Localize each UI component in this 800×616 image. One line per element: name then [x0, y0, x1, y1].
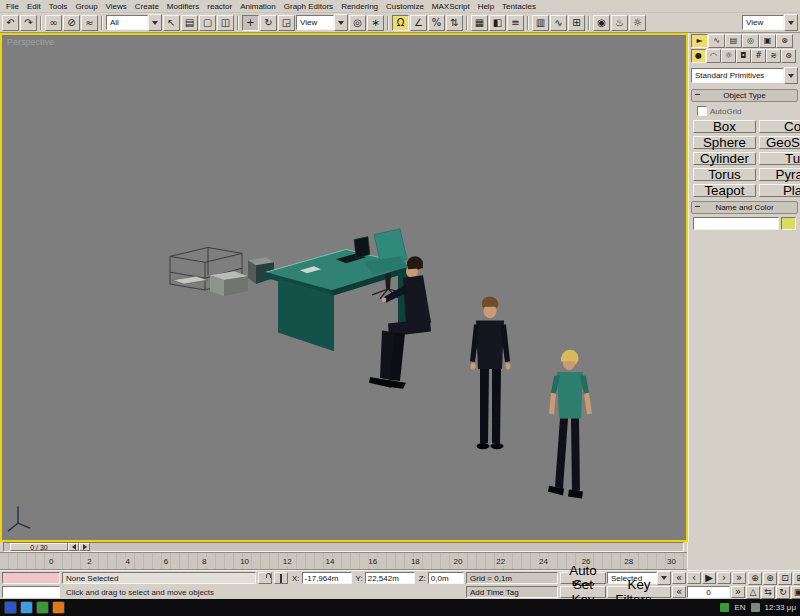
menu-create[interactable]: Create: [131, 2, 163, 11]
select-by-name-button[interactable]: ▤: [181, 15, 198, 31]
name-and-color-rollout[interactable]: Name and Color: [691, 201, 798, 214]
subtab-systems[interactable]: ⊛: [781, 49, 796, 63]
go-to-start-button[interactable]: «: [672, 572, 686, 584]
menu-file[interactable]: File: [2, 2, 23, 11]
menu-views[interactable]: Views: [102, 2, 131, 11]
object-color-swatch[interactable]: [781, 217, 796, 230]
window-crossing-toggle[interactable]: ◫: [217, 15, 234, 31]
select-and-link-button[interactable]: ∞: [45, 15, 62, 31]
scene-canvas[interactable]: [2, 35, 686, 540]
tab-create[interactable]: ►: [691, 34, 708, 48]
chevron-down-icon[interactable]: [784, 14, 798, 31]
subtab-lights[interactable]: ☼: [721, 49, 736, 63]
primitive-cone-button[interactable]: Cone: [759, 120, 800, 133]
next-key-button[interactable]: »: [731, 586, 745, 598]
menu-group[interactable]: Group: [71, 2, 101, 11]
primitive-pyramid-button[interactable]: Pyramid: [759, 168, 800, 181]
app-icon-green[interactable]: [36, 601, 49, 614]
key-filters-button[interactable]: Key Filters...: [607, 586, 671, 598]
unlink-selection-button[interactable]: ⊘: [63, 15, 80, 31]
mirror-button[interactable]: ◧: [489, 15, 506, 31]
menu-tools[interactable]: Tools: [45, 2, 72, 11]
next-frame-button[interactable]: ›: [717, 572, 731, 584]
subtab-helpers[interactable]: #: [751, 49, 766, 63]
primitive-sphere-button[interactable]: Sphere: [693, 136, 756, 149]
timeline-tick[interactable]: 28: [623, 557, 634, 566]
timeline-tick[interactable]: 10: [239, 557, 250, 566]
named-selection-sets-button[interactable]: ▦: [471, 15, 488, 31]
subtab-shapes[interactable]: ◠: [706, 49, 721, 63]
menu-modifiers[interactable]: Modifiers: [163, 2, 203, 11]
align-button[interactable]: ≡: [507, 15, 524, 31]
timeline-tick[interactable]: 24: [538, 557, 549, 566]
tray-app-icon[interactable]: [720, 603, 729, 612]
timeline-tick[interactable]: 4: [124, 557, 130, 566]
bind-to-space-warp-button[interactable]: ≈: [81, 15, 98, 31]
maxscript-mini-listener-white[interactable]: [2, 586, 60, 598]
menu-animation[interactable]: Animation: [236, 2, 280, 11]
current-frame-field[interactable]: 0: [687, 586, 730, 598]
layer-manager-button[interactable]: ▥: [532, 15, 549, 31]
absolute-offset-toggle[interactable]: [274, 572, 288, 584]
chevron-down-icon[interactable]: [784, 67, 798, 84]
use-pivot-point-center-button[interactable]: ◎: [349, 15, 366, 31]
undo-button[interactable]: ↶: [2, 15, 19, 31]
timeline-tick[interactable]: 16: [367, 557, 378, 566]
zoom-extents-button[interactable]: ⊡: [778, 572, 792, 585]
app-icon-orange[interactable]: [52, 601, 65, 614]
perspective-viewport[interactable]: Perspective: [0, 33, 688, 542]
tray-volume-icon[interactable]: [751, 603, 760, 612]
tab-motion[interactable]: ◎: [742, 34, 759, 48]
percent-snap-toggle[interactable]: %: [428, 15, 445, 31]
redo-button[interactable]: ↷: [20, 15, 37, 31]
play-button[interactable]: ▶: [702, 572, 716, 584]
timeline-tick[interactable]: 14: [325, 557, 336, 566]
selection-lock-toggle[interactable]: [258, 572, 272, 584]
zoom-extents-all-button[interactable]: ⊞: [793, 572, 800, 585]
subtab-geometry[interactable]: ●: [691, 49, 706, 63]
timeline-tick[interactable]: 2: [86, 557, 92, 566]
z-coordinate-field[interactable]: 0,0m: [428, 572, 464, 584]
tab-utilities[interactable]: ⊗: [776, 34, 793, 48]
internet-explorer-icon[interactable]: [20, 601, 33, 614]
select-and-rotate-button[interactable]: ↻: [260, 15, 277, 31]
go-to-end-button[interactable]: »: [732, 572, 746, 584]
menu-edit[interactable]: Edit: [23, 2, 45, 11]
primitive-tube-button[interactable]: Tube: [759, 152, 800, 165]
rectangular-selection-region-button[interactable]: ▢: [199, 15, 216, 31]
render-scene-button[interactable]: ♨: [611, 15, 628, 31]
zoom-all-button[interactable]: ⊛: [763, 572, 777, 585]
time-slider-next-icon[interactable]: [79, 543, 90, 551]
primitive-cylinder-button[interactable]: Cylinder: [693, 152, 756, 165]
timeline-tick[interactable]: 30: [666, 557, 677, 566]
standing-man-model[interactable]: [470, 296, 511, 449]
set-key-button[interactable]: Set Key: [560, 586, 606, 598]
reference-coordinate-system-dropdown[interactable]: View: [296, 15, 348, 30]
quick-render-button[interactable]: ☼: [629, 15, 646, 31]
snap-toggle-3d[interactable]: Ω: [392, 15, 409, 31]
maxscript-mini-listener-pink[interactable]: [2, 572, 60, 584]
menu-graph-editors[interactable]: Graph Editors: [280, 2, 337, 11]
timeline-tick[interactable]: 8: [201, 557, 207, 566]
viewport-label[interactable]: Perspective: [7, 37, 54, 47]
previous-frame-button[interactable]: ‹: [687, 572, 701, 584]
object-type-rollout[interactable]: Object Type: [691, 89, 798, 102]
curve-editor-button[interactable]: ∿: [550, 15, 567, 31]
menu-maxscript[interactable]: MAXScript: [428, 2, 474, 11]
maximize-viewport-button[interactable]: ▣: [791, 586, 800, 599]
time-slider-handle[interactable]: 0 / 30: [10, 543, 68, 551]
menu-reactor[interactable]: reactor: [203, 2, 236, 11]
previous-key-button[interactable]: «: [672, 586, 686, 598]
menu-customize[interactable]: Customize: [382, 2, 428, 11]
material-editor-button[interactable]: ◉: [593, 15, 610, 31]
x-coordinate-field[interactable]: -17,964m: [302, 572, 352, 584]
viewport-view-dropdown[interactable]: View: [742, 15, 798, 30]
select-and-scale-button[interactable]: ◲: [278, 15, 295, 31]
timeline-tick[interactable]: 22: [495, 557, 506, 566]
object-name-input[interactable]: [693, 217, 779, 230]
standing-woman-model[interactable]: [548, 350, 592, 499]
spinner-snap-toggle[interactable]: ⇅: [446, 15, 463, 31]
pan-button[interactable]: ⇆: [761, 586, 775, 599]
menu-tentacles[interactable]: Tentacles: [498, 2, 540, 11]
autogrid-checkbox[interactable]: [697, 106, 707, 116]
